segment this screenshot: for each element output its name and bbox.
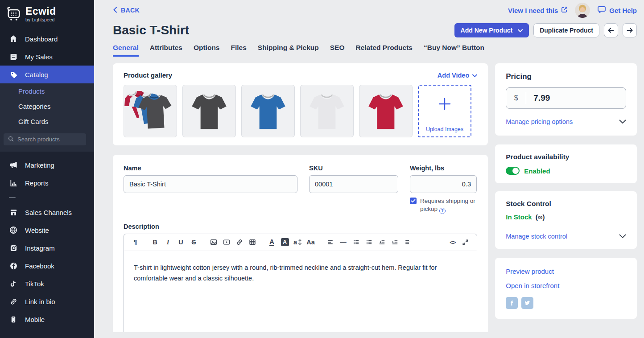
product-image-thumbnail[interactable] (300, 85, 354, 137)
sidebar-item-products[interactable]: Products (0, 83, 94, 99)
sku-label: SKU (309, 165, 398, 172)
product-image-thumbnail[interactable] (241, 85, 295, 137)
italic-icon[interactable]: I (162, 236, 174, 248)
availability-status: Enabled (524, 167, 550, 175)
globe-icon (9, 226, 18, 234)
weight-label: Weight, lbs (410, 165, 477, 172)
horizontal-rule-icon[interactable]: — (337, 236, 349, 248)
bold-icon[interactable]: B (149, 236, 161, 248)
view-i-need-this-link[interactable]: View I need this (508, 6, 568, 14)
insert-video-icon[interactable] (220, 236, 232, 248)
user-avatar[interactable] (575, 3, 590, 18)
tag-icon (9, 71, 18, 78)
get-help-link[interactable]: Get Help (597, 5, 637, 15)
product-image-thumbnail[interactable] (124, 85, 177, 137)
text-style-icon[interactable]: Aa (305, 236, 317, 248)
help-icon[interactable]: ? (439, 208, 446, 214)
tab-general[interactable]: General (113, 44, 139, 57)
sidebar-item-reports[interactable]: Reports (0, 174, 94, 192)
tab-files[interactable]: Files (231, 44, 247, 57)
sidebar-item-tiktok[interactable]: TikTok (0, 275, 94, 293)
numbered-list-icon[interactable] (363, 236, 375, 248)
sidebar-item-mobile[interactable]: Mobile (0, 310, 94, 328)
manage-stock-control[interactable]: Manage stock control (506, 232, 626, 240)
open-in-storefront-link[interactable]: Open in storefront (506, 282, 626, 289)
link-icon (9, 298, 18, 305)
align-icon[interactable] (324, 236, 336, 248)
outdent-icon[interactable] (376, 236, 388, 248)
stock-title: Stock Control (506, 200, 626, 208)
search-products-input[interactable] (17, 136, 80, 143)
previous-product-button[interactable] (604, 23, 618, 37)
external-link-icon (561, 6, 568, 14)
insert-table-icon[interactable] (246, 236, 258, 248)
add-new-product-button[interactable]: Add New Product (454, 23, 529, 37)
megaphone-icon (9, 161, 18, 169)
search-products-box[interactable] (4, 133, 86, 145)
requires-shipping-label: Requires shipping or pickup ? (420, 197, 477, 214)
tab-attributes[interactable]: Attributes (150, 44, 182, 57)
orders-icon (9, 53, 18, 61)
line-spacing-icon[interactable] (402, 236, 414, 248)
sidebar-item-instagram[interactable]: Instagram (0, 239, 94, 257)
catalog-section: Catalog Products Categories Gift Cards (0, 66, 94, 152)
brand-logo[interactable]: Ecwid by Lightspeed (0, 0, 94, 30)
highlight-color-icon[interactable]: A (279, 236, 291, 248)
next-product-button[interactable] (623, 23, 637, 37)
tab-bar: General Attributes Options Files Shippin… (113, 44, 637, 57)
paragraph-icon[interactable]: ¶ (129, 236, 141, 248)
tab-shipping-pickup[interactable]: Shipping & Pickup (258, 44, 319, 57)
insert-image-icon[interactable] (207, 236, 219, 248)
strikethrough-icon[interactable]: S (188, 236, 200, 248)
insert-link-icon[interactable] (233, 236, 245, 248)
font-color-icon[interactable]: A (266, 236, 278, 248)
sidebar-item-gift-cards[interactable]: Gift Cards (0, 114, 94, 129)
bar-chart-icon (9, 179, 18, 187)
stock-quantity: (∞) (536, 213, 545, 221)
code-view-icon[interactable]: <> (446, 236, 458, 248)
facebook-share-icon[interactable] (506, 297, 518, 309)
tab-options[interactable]: Options (194, 44, 220, 57)
preview-product-link[interactable]: Preview product (506, 268, 626, 275)
page-header: Basic T-Shirt Add New Product Duplicate … (113, 23, 637, 37)
description-editor: ¶ B I U S (124, 234, 477, 332)
sku-input[interactable] (309, 175, 398, 193)
chevron-left-icon (113, 7, 117, 14)
manage-pricing-options[interactable]: Manage pricing options (506, 118, 626, 126)
sidebar-item-website[interactable]: Website (0, 221, 94, 239)
chevron-down-icon (518, 27, 523, 34)
upload-images-label: Upload Images (426, 126, 463, 132)
sidebar-item-my-sales[interactable]: My Sales (0, 48, 94, 66)
upload-images-dropzone[interactable]: Upload Images (418, 85, 471, 137)
sidebar-item-facebook[interactable]: Facebook (0, 257, 94, 275)
twitter-share-icon[interactable] (521, 297, 533, 309)
main-content: BACK View I need this Get Help Basic T-S… (94, 0, 644, 338)
sidebar-item-link-in-bio[interactable]: Link in bio (0, 293, 94, 310)
currency-symbol: $ (506, 94, 526, 102)
weight-input[interactable] (410, 175, 477, 193)
product-name-input[interactable] (124, 175, 297, 193)
requires-shipping-checkbox[interactable] (410, 198, 417, 204)
availability-toggle[interactable] (506, 167, 520, 175)
sidebar-item-marketing[interactable]: Marketing (0, 156, 94, 174)
sidebar-item-catalog[interactable]: Catalog (0, 66, 94, 83)
sidebar-item-sales-channels[interactable]: Sales Channels (0, 203, 94, 221)
duplicate-product-button[interactable]: Duplicate Product (533, 23, 599, 37)
brand-name: Ecwid (25, 6, 56, 16)
tab-buy-now-button[interactable]: “Buy Now” Button (424, 44, 484, 57)
sidebar-item-dashboard[interactable]: Dashboard (0, 30, 94, 48)
product-image-thumbnail[interactable] (359, 85, 413, 137)
fullscreen-icon[interactable] (459, 236, 471, 248)
product-image-thumbnail[interactable] (182, 85, 236, 137)
bullet-list-icon[interactable] (350, 236, 362, 248)
description-text[interactable]: T-shirt in lightweight cotton jersey wit… (124, 251, 477, 296)
indent-icon[interactable] (389, 236, 401, 248)
price-input[interactable]: $ 7.99 (506, 87, 626, 109)
back-button[interactable]: BACK (113, 7, 140, 14)
tab-seo[interactable]: SEO (330, 44, 345, 57)
add-video-button[interactable]: Add Video (438, 72, 477, 79)
underline-icon[interactable]: U (175, 236, 187, 248)
font-size-icon[interactable]: a (292, 236, 304, 248)
tab-related-products[interactable]: Related Products (355, 44, 412, 57)
sidebar-item-categories[interactable]: Categories (0, 99, 94, 114)
